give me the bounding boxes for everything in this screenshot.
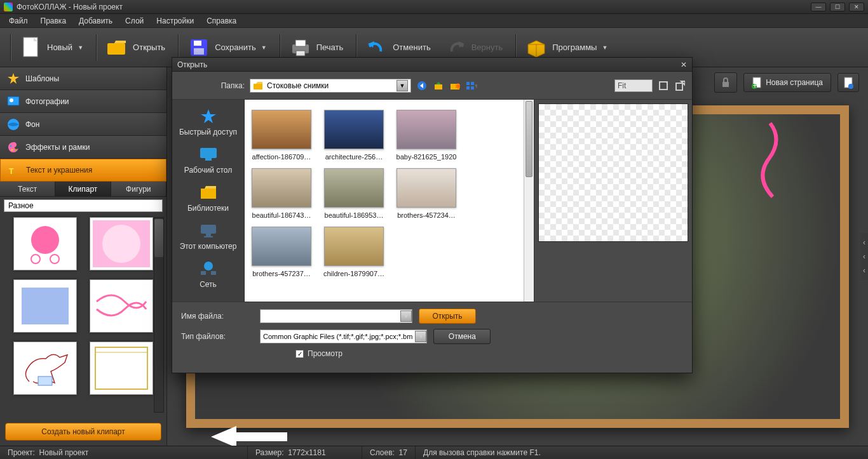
preview-export-icon[interactable]	[674, 80, 686, 91]
chevron-down-icon[interactable]: ▼	[400, 310, 412, 322]
dialog-title-bar[interactable]: Открыть ✕	[172, 58, 692, 72]
lock-icon[interactable]	[720, 77, 731, 88]
tab-figures[interactable]: Фигури	[111, 182, 166, 196]
new-button[interactable]: Новый ▼	[15, 33, 90, 62]
menu-edit[interactable]: Правка	[34, 15, 73, 27]
file-item[interactable]: beautiful-186953…	[322, 168, 386, 219]
file-item[interactable]: brothers-457237…	[250, 227, 313, 277]
svg-rect-2	[107, 43, 125, 55]
view-menu-icon[interactable]: ▾	[466, 80, 477, 91]
menu-add[interactable]: Добавить	[72, 15, 119, 27]
filename-label: Имя файла:	[181, 312, 241, 321]
chevron-left-icon[interactable]: ‹	[863, 238, 865, 247]
file-item[interactable]: beautiful-186743…	[250, 168, 313, 219]
file-list-scrollbar[interactable]	[524, 100, 534, 302]
svg-marker-44	[436, 82, 441, 84]
page-settings-button[interactable]	[837, 73, 859, 92]
tab-clipart[interactable]: Клипарт	[55, 182, 111, 196]
new-folder-icon[interactable]: ✱	[449, 80, 461, 91]
nav-libraries[interactable]: Библиотеки	[172, 181, 244, 219]
dialog-body: Быстрый доступ Рабочий стол Библиотеки Э…	[172, 100, 692, 302]
cancel-button-label: Отмена	[449, 332, 476, 341]
filetype-label: Тип файлов:	[181, 332, 241, 341]
folder-combo[interactable]: Стоковые снимки ▼	[250, 79, 411, 93]
preview-checkbox[interactable]: ✓	[295, 350, 304, 358]
svg-rect-39	[254, 84, 262, 90]
nav-label: Библиотеки	[187, 204, 229, 213]
folder-label: Папка:	[179, 81, 245, 90]
status-project-value: Новый проект	[39, 448, 89, 457]
open-button-label: Открыть	[432, 312, 462, 321]
canvas-right-chevrons: ‹ ‹ ‹	[860, 233, 868, 280]
window-maximize-button[interactable]: ☐	[830, 3, 845, 11]
filetype-select[interactable]: Common Graphic Files (*.tif;*.gif;*.jpg;…	[260, 329, 427, 343]
create-clipart-label: Создать новый клипарт	[41, 427, 125, 436]
sidebar-item-photos[interactable]: Фотографии	[0, 90, 166, 113]
clipart-tile[interactable]	[90, 342, 153, 395]
chevron-left-icon[interactable]: ‹	[863, 252, 865, 261]
open-label: Открыть	[133, 43, 165, 52]
file-thumbnail	[324, 227, 384, 266]
nav-desktop[interactable]: Рабочий стол	[172, 143, 244, 181]
nav-label: Быстрый доступ	[179, 128, 237, 136]
clipart-category-select[interactable]: Разное	[4, 199, 163, 212]
svg-rect-9	[296, 51, 305, 56]
clipart-tile[interactable]	[90, 217, 153, 270]
scrollbar-thumb[interactable]	[526, 101, 532, 177]
nav-quick-access[interactable]: Быстрый доступ	[172, 105, 244, 143]
menu-settings[interactable]: Настройки	[150, 15, 200, 27]
chevron-down-icon[interactable]: ▼	[415, 331, 426, 342]
preview-fit-select[interactable]: Fit	[614, 79, 653, 92]
sidebar-item-background[interactable]: Фон	[0, 113, 166, 136]
svg-rect-61	[201, 225, 216, 234]
chevron-down-icon[interactable]: ▼	[397, 80, 408, 91]
menu-help[interactable]: Справка	[200, 15, 243, 27]
scrollbar-thumb[interactable]	[154, 219, 163, 257]
sidebar-item-templates[interactable]: Шаблоны	[0, 67, 166, 90]
nav-up-icon[interactable]	[433, 80, 444, 91]
filename-input[interactable]: ▼	[260, 309, 412, 323]
nav-network[interactable]: Сеть	[172, 257, 244, 295]
dialog-preview-panel	[534, 100, 692, 302]
print-label: Печать	[316, 43, 344, 52]
sidebar-item-text-decor[interactable]: T Текст и украшения	[0, 159, 166, 182]
window-minimize-button[interactable]: —	[811, 3, 826, 11]
window-close-button[interactable]: ✕	[849, 3, 864, 11]
open-button[interactable]: Открыть	[101, 33, 172, 62]
dialog-close-button[interactable]: ✕	[681, 60, 687, 69]
sidebar-item-effects[interactable]: Эффекты и рамки	[0, 136, 166, 159]
preview-checkbox-row: ✓ Просмотр	[295, 349, 683, 358]
svg-rect-47	[466, 82, 470, 85]
sidebar-item-label: Фон	[25, 120, 39, 129]
svg-marker-10	[368, 41, 374, 48]
file-item[interactable]: architecture-256…	[322, 110, 386, 161]
create-clipart-button[interactable]: Создать новый клипарт	[5, 423, 161, 441]
dialog-cancel-button[interactable]: Отмена	[433, 329, 491, 344]
tab-text[interactable]: Текст	[0, 182, 55, 196]
nav-this-pc[interactable]: Этот компьютер	[172, 219, 244, 257]
clipart-tile[interactable]	[90, 279, 153, 333]
svg-point-17	[10, 98, 13, 102]
file-item[interactable]: affection-186709…	[250, 110, 313, 161]
clipart-tile[interactable]	[13, 279, 77, 333]
menu-layer[interactable]: Слой	[119, 15, 150, 27]
svg-text:✱: ✱	[455, 82, 460, 90]
file-item[interactable]: brothers-457234…	[395, 168, 458, 219]
file-item[interactable]: children-1879907…	[322, 227, 386, 277]
nav-back-icon[interactable]	[416, 80, 428, 91]
status-project: Проект: Новый проект	[0, 446, 248, 459]
new-page-button[interactable]: + Новая страница	[743, 73, 831, 92]
hint-arrow-icon	[211, 426, 287, 448]
filetype-row: Тип файлов: Common Graphic Files (*.tif;…	[181, 329, 683, 344]
menu-file[interactable]: Файл	[3, 15, 34, 27]
preview-fullscreen-icon[interactable]	[658, 80, 669, 91]
chevron-left-icon[interactable]: ‹	[863, 266, 865, 275]
menu-bar: Файл Правка Добавить Слой Настройки Спра…	[0, 14, 868, 28]
file-item[interactable]: baby-821625_1920	[395, 110, 458, 161]
dialog-open-button[interactable]: Открыть	[419, 309, 476, 324]
clipart-scrollbar[interactable]	[154, 217, 164, 413]
clipart-tile[interactable]	[13, 217, 77, 270]
clipart-tile[interactable]	[13, 342, 77, 395]
folder-value: Стоковые снимки	[267, 81, 329, 90]
dialog-top-right: Fit	[614, 79, 686, 92]
